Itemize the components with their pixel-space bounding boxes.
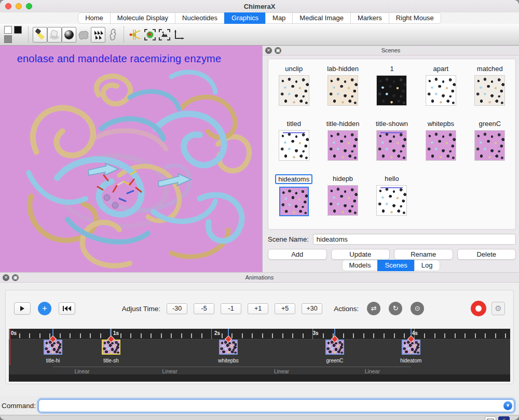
background-white-button[interactable] xyxy=(4,26,12,34)
scene-thumbnail[interactable] xyxy=(279,76,309,105)
scene-thumbnail[interactable] xyxy=(377,76,406,105)
scene-thumbnail[interactable] xyxy=(475,131,504,160)
close-icon[interactable]: ✕ xyxy=(3,274,9,281)
tab-scenes[interactable]: Scenes xyxy=(377,260,414,271)
shaded-sphere-icon xyxy=(63,29,75,41)
rotate-arrow-icon: ↻ xyxy=(393,304,399,312)
adjust-time-plus-1[interactable]: +1 xyxy=(248,303,268,314)
tab-models[interactable]: Models xyxy=(342,260,378,271)
animation-timeline[interactable]: 0s 1s 2s 3s 4s title-hi xyxy=(9,329,510,382)
chevron-down-icon: ▼ xyxy=(506,403,510,408)
tab-molecule-display[interactable]: Molecule Display xyxy=(110,12,175,24)
scene-item[interactable]: apart xyxy=(416,64,465,119)
tab-right-mouse[interactable]: Right Mouse xyxy=(389,12,441,24)
settings-button[interactable]: ⚙ xyxy=(491,302,505,315)
scene-item[interactable]: greenC xyxy=(466,119,514,174)
scene-thumbnail[interactable] xyxy=(328,76,358,105)
scene-item[interactable]: title-shown xyxy=(367,119,416,174)
scene-thumbnail[interactable] xyxy=(328,186,358,215)
scene-item[interactable]: hello xyxy=(367,174,416,229)
command-input[interactable] xyxy=(42,400,500,411)
tab-home[interactable]: Home xyxy=(78,12,111,24)
adjust-time-label: Adjust Time: xyxy=(122,305,160,313)
play-icon xyxy=(20,306,25,311)
keyframe-label: greenC xyxy=(314,358,356,363)
interpolation-label: Linear xyxy=(162,368,177,374)
lighting-flat-button[interactable] xyxy=(76,27,91,43)
scene-item[interactable]: titled xyxy=(269,119,318,174)
tab-map[interactable]: Map xyxy=(265,12,293,24)
window-title: ChimeraX xyxy=(0,3,519,10)
swap-action-button[interactable]: ⇄ xyxy=(367,302,380,315)
frame-view-button[interactable] xyxy=(157,27,172,43)
adjust-time-minus-30[interactable]: -30 xyxy=(167,303,187,314)
keyframe-label: title-sh xyxy=(90,358,132,363)
scene-item[interactable]: 1 xyxy=(367,64,416,119)
scene-item[interactable]: matched xyxy=(466,64,514,119)
scene-thumbnail-selected[interactable] xyxy=(279,187,309,216)
tab-markers[interactable]: Markers xyxy=(350,12,389,24)
tab-nucleotides[interactable]: Nucleotides xyxy=(175,12,225,24)
scene-thumbnail[interactable] xyxy=(279,131,309,160)
lighting-simple-button[interactable] xyxy=(33,27,47,43)
scene-thumbnail[interactable] xyxy=(328,131,358,160)
scene-thumbnail[interactable] xyxy=(377,186,406,215)
scene-label: matched xyxy=(477,64,503,73)
record-action-button[interactable]: ⊙ xyxy=(411,302,424,315)
orient-axes-button[interactable] xyxy=(172,27,186,43)
scene-thumbnail[interactable] xyxy=(475,76,504,105)
undock-icon[interactable]: ▣ xyxy=(12,274,19,281)
tab-medical-image[interactable]: Medical Image xyxy=(292,12,351,24)
scene-item[interactable]: hidepb xyxy=(318,174,367,229)
rename-scene-button[interactable]: Rename xyxy=(394,249,453,260)
scene-item[interactable]: lab-hidden xyxy=(318,64,367,119)
add-scene-button[interactable]: Add xyxy=(268,249,327,260)
axes-icon xyxy=(172,28,186,41)
scene-thumbnail[interactable] xyxy=(426,131,456,160)
adjust-time-minus-1[interactable]: -1 xyxy=(221,303,241,314)
graphics-viewport[interactable]: enolase and mandelate racemizing enzyme xyxy=(0,46,263,272)
background-gray-button[interactable] xyxy=(4,35,12,43)
command-history-dropdown[interactable]: ▼ xyxy=(503,401,512,410)
scene-item[interactable]: whitepbs xyxy=(416,119,465,174)
scene-item[interactable]: title-hidden xyxy=(318,119,367,174)
scene-item-selected[interactable]: hideatoms xyxy=(269,174,318,229)
scene-item[interactable]: unclip xyxy=(269,64,318,119)
target-brackets-icon xyxy=(143,28,157,41)
soft-cube-icon xyxy=(49,29,60,41)
delete-scene-button[interactable]: Delete xyxy=(457,249,516,260)
scenes-panel-title: Scenes xyxy=(263,47,519,53)
scene-thumbnail[interactable] xyxy=(377,131,406,160)
tab-graphics[interactable]: Graphics xyxy=(224,12,266,24)
adjust-time-plus-5[interactable]: +5 xyxy=(275,303,295,314)
loop-action-button[interactable]: ↻ xyxy=(389,302,402,315)
scene-thumbnail-grid: unclip lab-hidden 1 apart matched xyxy=(268,59,516,230)
actions-label: Actions: xyxy=(334,305,359,313)
close-icon[interactable]: ✕ xyxy=(265,47,272,54)
record-movie-button[interactable] xyxy=(471,301,486,316)
adjust-time-plus-30[interactable]: +30 xyxy=(302,303,322,314)
undock-icon[interactable]: ▣ xyxy=(275,47,281,54)
rewind-button[interactable] xyxy=(59,302,75,315)
silhouettes-button[interactable] xyxy=(91,27,105,43)
graphics-toolbar xyxy=(0,24,519,46)
lighting-full-button[interactable] xyxy=(62,27,76,43)
tab-log[interactable]: Log xyxy=(414,260,440,271)
add-keyframe-button[interactable]: + xyxy=(38,302,51,315)
toolbar-separator xyxy=(124,26,125,43)
rapid-command-button[interactable] xyxy=(498,416,510,420)
update-scene-button[interactable]: Update xyxy=(331,249,390,260)
adjust-time-minus-5[interactable]: -5 xyxy=(194,303,214,314)
divider-layout-button[interactable] xyxy=(485,416,496,420)
side-view-button[interactable] xyxy=(128,27,143,43)
scene-thumbnail[interactable] xyxy=(426,76,456,105)
timeline-ruler[interactable]: 0s 1s 2s 3s 4s xyxy=(9,329,510,340)
camera-frustum-icon xyxy=(129,28,142,41)
play-button[interactable] xyxy=(14,302,31,315)
view-selected-button[interactable] xyxy=(143,27,157,43)
timeline-playhead[interactable] xyxy=(9,329,10,365)
background-black-button[interactable] xyxy=(14,26,22,34)
scene-name-input[interactable] xyxy=(313,234,516,245)
lighting-soft-button[interactable] xyxy=(47,27,62,43)
depth-cue-button[interactable] xyxy=(105,27,120,43)
